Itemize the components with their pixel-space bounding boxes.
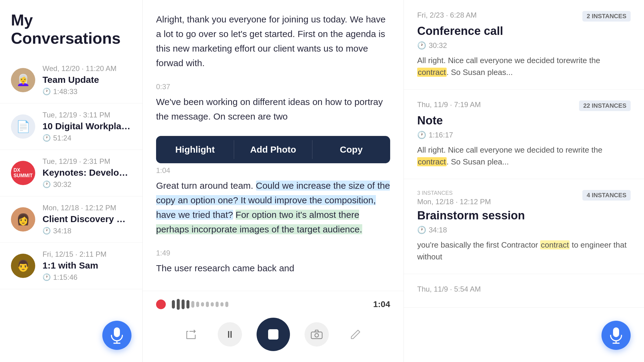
avatar-1: 👩‍🦳 xyxy=(11,68,35,92)
wave-bar-6 xyxy=(196,302,199,307)
result-badge-small-3: 3 INSTANCES xyxy=(417,190,491,196)
wave-bar-2 xyxy=(177,299,180,310)
conversation-item-5[interactable]: 👨 Fri, 12/15 · 2:11 PM 1:1 with Sam 🕐 1:… xyxy=(0,243,142,289)
conv-info-3: Tue, 12/19 · 2:31 PM Keynotes: Developin… xyxy=(43,157,131,189)
result-badge-2: 22 INSTANCES xyxy=(579,100,631,111)
svg-rect-0 xyxy=(114,327,120,337)
conv-title-1: Team Update xyxy=(43,75,131,85)
highlight-button[interactable]: Highlight xyxy=(156,136,234,163)
left-panel: My Conversations 👩‍🦳 Wed, 12/20 · 11:20 … xyxy=(0,0,143,362)
conv-title-2: 10 Digital Workplace predi... xyxy=(43,121,131,131)
conversation-list: 👩‍🦳 Wed, 12/20 · 11:20 AM Team Update 🕐 … xyxy=(0,57,142,362)
result-date-2: Thu, 11/9 · 7:19 AM xyxy=(417,100,481,109)
stop-icon xyxy=(268,329,278,340)
conv-date-2: Tue, 12/19 · 3:11 PM xyxy=(43,111,131,119)
mic-fab-left[interactable] xyxy=(102,321,131,350)
result-snippet-3: you're basically the first Contractor co… xyxy=(417,239,631,263)
wave-bar-11 xyxy=(220,302,223,306)
time-display: 1:04 xyxy=(366,299,390,309)
wave-bar-5 xyxy=(191,301,194,308)
conv-duration-1: 🕐 1:48:33 xyxy=(43,87,131,96)
result-date-1: Fri, 2/23 · 6:28 AM xyxy=(417,11,477,19)
clock-icon-5: 🕐 xyxy=(43,273,51,281)
share-button[interactable] xyxy=(179,322,203,347)
transcript-block-2: 0:37 We've been working on different ide… xyxy=(156,83,390,124)
result-duration-1: 🕐 30:32 xyxy=(417,41,631,50)
pen-button[interactable] xyxy=(343,322,368,347)
conv-duration-2: 🕐 51:24 xyxy=(43,134,131,142)
conversation-item-4[interactable]: 👩 Mon, 12/18 · 12:12 PM Client Discovery… xyxy=(0,196,142,243)
transcript-block-3: 1:04 Great turn around team. Could we in… xyxy=(156,166,390,237)
result-badge-3: 4 INSTANCES xyxy=(582,190,631,201)
wave-bar-3 xyxy=(182,299,185,309)
camera-button[interactable] xyxy=(305,322,329,347)
svg-rect-3 xyxy=(311,332,322,339)
highlight-contract-1: contract xyxy=(417,68,447,77)
svg-rect-5 xyxy=(613,327,619,337)
clock-icon-r3: 🕐 xyxy=(417,226,426,234)
clock-icon-3: 🕐 xyxy=(43,181,51,188)
highlight-contract-3: contract xyxy=(540,240,570,249)
search-result-1[interactable]: Fri, 2/23 · 6:28 AM 2 INSTANCES Conferen… xyxy=(404,0,644,90)
search-result-4[interactable]: Thu, 11/9 · 5:54 AM xyxy=(404,274,644,308)
conv-info-1: Wed, 12/20 · 11:20 AM Team Update 🕐 1:48… xyxy=(43,64,131,96)
avatar-2: 📄 xyxy=(11,114,35,139)
add-photo-button[interactable]: Add Photo xyxy=(234,136,312,163)
wave-bar-9 xyxy=(211,302,214,306)
result-snippet-2: All right. Nice call everyone we decided… xyxy=(417,144,631,168)
result-title-1: Conference call xyxy=(417,25,631,38)
waveform[interactable] xyxy=(172,298,360,310)
media-controls: 1:04 ⏸ xyxy=(143,291,404,362)
stop-button[interactable] xyxy=(257,318,290,351)
conv-duration-4: 🕐 34:18 xyxy=(43,227,131,235)
wave-bar-12 xyxy=(225,302,228,307)
result-title-2: Note xyxy=(417,114,631,127)
clock-icon-1: 🕐 xyxy=(43,88,51,96)
pause-button[interactable]: ⏸ xyxy=(218,322,242,347)
transcript-text-1: Alright, thank you everyone for joining … xyxy=(156,12,390,70)
clock-icon-2: 🕐 xyxy=(43,134,51,142)
conv-info-2: Tue, 12/19 · 3:11 PM 10 Digital Workplac… xyxy=(43,111,131,142)
result-date-4: Thu, 11/9 · 5:54 AM xyxy=(417,285,481,293)
result-duration-2: 🕐 1:16:17 xyxy=(417,131,631,139)
timestamp-3: 1:04 xyxy=(156,166,390,175)
progress-row: 1:04 xyxy=(156,298,390,310)
wave-bar-8 xyxy=(206,302,209,307)
record-dot xyxy=(156,299,166,309)
avatar-5: 👨 xyxy=(11,254,35,278)
conv-date-4: Mon, 12/18 · 12:12 PM xyxy=(43,204,131,212)
result-duration-3: 🕐 34:18 xyxy=(417,226,631,234)
avatar-3: DXSUMMIT xyxy=(11,161,35,185)
search-result-2[interactable]: Thu, 11/9 · 7:19 AM 22 INSTANCES Note 🕐 … xyxy=(404,90,644,179)
mic-fab-right[interactable] xyxy=(601,321,631,350)
conversation-item-3[interactable]: DXSUMMIT Tue, 12/19 · 2:31 PM Keynotes: … xyxy=(0,150,142,196)
conversation-item-1[interactable]: 👩‍🦳 Wed, 12/20 · 11:20 AM Team Update 🕐 … xyxy=(0,57,142,103)
conv-duration-5: 🕐 1:15:46 xyxy=(43,273,131,282)
result-date-3: Mon, 12/18 · 12:12 PM xyxy=(417,198,491,206)
result-badge-1: 2 INSTANCES xyxy=(582,11,631,22)
result-header-1: Fri, 2/23 · 6:28 AM 2 INSTANCES xyxy=(417,11,631,22)
wave-bar-7 xyxy=(201,302,204,306)
result-title-3: Brainstorm session xyxy=(417,209,631,222)
conversation-item-2[interactable]: 📄 Tue, 12/19 · 3:11 PM 10 Digital Workpl… xyxy=(0,103,142,150)
highlight-contract-2: contract xyxy=(417,157,447,166)
result-header-4: Thu, 11/9 · 5:54 AM xyxy=(417,285,631,293)
timestamp-2: 0:37 xyxy=(156,83,390,91)
avatar-4: 👩 xyxy=(11,207,35,232)
conv-title-4: Client Discovery Call xyxy=(43,214,131,224)
right-panel: Fri, 2/23 · 6:28 AM 2 INSTANCES Conferen… xyxy=(404,0,644,362)
conv-date-3: Tue, 12/19 · 2:31 PM xyxy=(43,157,131,166)
wave-bar-1 xyxy=(172,300,175,309)
search-result-3[interactable]: 3 INSTANCES Mon, 12/18 · 12:12 PM 4 INST… xyxy=(404,179,644,274)
result-header-2: Thu, 11/9 · 7:19 AM 22 INSTANCES xyxy=(417,100,631,111)
transcript-text-4: The user research came back and xyxy=(156,261,390,276)
clock-icon-r2: 🕐 xyxy=(417,131,426,139)
clock-icon-4: 🕐 xyxy=(43,227,51,235)
clock-icon-r1: 🕐 xyxy=(417,41,426,50)
result-snippet-1: All right. Nice call everyone we decided… xyxy=(417,55,631,78)
transcript-text-3[interactable]: Great turn around team. Could we increas… xyxy=(156,178,390,237)
conv-date-5: Fri, 12/15 · 2:11 PM xyxy=(43,250,131,259)
conv-info-4: Mon, 12/18 · 12:12 PM Client Discovery C… xyxy=(43,204,131,235)
copy-button[interactable]: Copy xyxy=(312,136,390,163)
controls-row: ⏸ xyxy=(156,318,390,351)
